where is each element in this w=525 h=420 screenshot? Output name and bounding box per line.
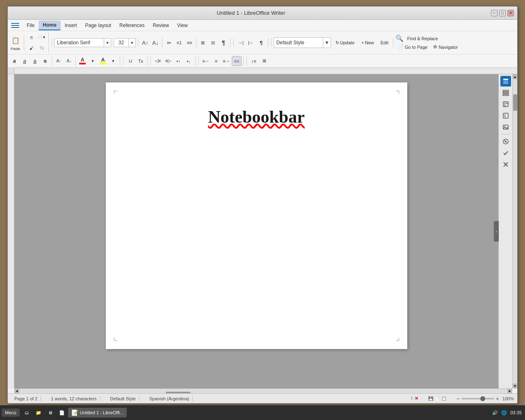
horizontal-scrollbar[interactable]: ◄ ► bbox=[14, 388, 512, 393]
unordered-list-button[interactable]: ≡• bbox=[164, 38, 174, 48]
format-button-1[interactable]: ⊔ bbox=[126, 56, 135, 66]
taskbar-icon-1[interactable]: 🗂 bbox=[21, 409, 32, 417]
line-spacing-button[interactable]: ↕≡ bbox=[249, 56, 259, 66]
scroll-thumb[interactable] bbox=[513, 94, 517, 111]
scroll-left-button[interactable]: ◄ bbox=[14, 389, 19, 394]
sidebar-changes-button[interactable] bbox=[500, 148, 511, 158]
strikethrough-button[interactable]: a bbox=[40, 56, 50, 66]
align-right-button[interactable]: ≡→ bbox=[221, 56, 231, 66]
sidebar-collapse-button[interactable]: › bbox=[494, 221, 499, 242]
maximize-button[interactable]: □ bbox=[499, 10, 506, 16]
align-justify-button[interactable]: ≡≡ bbox=[232, 56, 242, 66]
sidebar-image-button[interactable] bbox=[500, 122, 511, 132]
scroll-up-button[interactable]: ▲ bbox=[513, 74, 518, 79]
menu-item-view[interactable]: View bbox=[173, 21, 192, 30]
decrease-font-size-button[interactable]: A↓ bbox=[151, 38, 160, 48]
paste-button[interactable]: 📋 bbox=[10, 35, 21, 46]
scroll-right-button[interactable]: ► bbox=[507, 389, 512, 394]
clear-direct-format-button[interactable]: Tx bbox=[136, 56, 146, 66]
goto-page-button[interactable]: 📄 Go to Page bbox=[395, 43, 430, 51]
clear-format-button[interactable]: Tx bbox=[37, 43, 47, 53]
zoom-in-button[interactable]: + bbox=[496, 395, 499, 402]
close-button[interactable]: ✕ bbox=[507, 10, 514, 16]
list-increase-button[interactable]: •↑ bbox=[173, 56, 183, 66]
insert-table-button[interactable]: ⊟ bbox=[208, 38, 218, 48]
clone-format-button[interactable]: 🖌 bbox=[27, 43, 37, 53]
style-dropdown-arrow[interactable]: ▼ bbox=[323, 38, 331, 48]
menu-item-review[interactable]: Review bbox=[148, 21, 173, 30]
highlight-button[interactable]: A bbox=[98, 56, 108, 66]
save-icon[interactable]: 💾 bbox=[428, 396, 433, 401]
volume-icon[interactable]: 🔊 bbox=[492, 410, 498, 415]
sidebar-functions-button[interactable] bbox=[500, 136, 511, 147]
taskbar-app-button[interactable]: 📝 Untitled 1 - LibreOffi... bbox=[68, 408, 127, 418]
style-selector[interactable]: Default Style ▼ bbox=[274, 37, 331, 48]
outline-list-button[interactable]: ≡≡ bbox=[185, 38, 194, 48]
highlight-color-indicator bbox=[100, 63, 106, 64]
underline-button[interactable]: a bbox=[30, 56, 40, 66]
align-center-button[interactable]: ≡ bbox=[211, 56, 221, 66]
increase-indent-button[interactable]: →| bbox=[236, 38, 246, 48]
font-name-selector[interactable]: Liberation Serif ▼ bbox=[54, 38, 111, 47]
sidebar-navigator-button[interactable] bbox=[500, 110, 511, 121]
font-dropdown-arrow[interactable]: ▼ bbox=[104, 39, 111, 47]
paragraph-spacing-button[interactable]: ¶ bbox=[256, 38, 266, 48]
columns-button[interactable]: ⊞ bbox=[259, 56, 269, 66]
hamburger-menu[interactable] bbox=[9, 21, 21, 30]
remove-indent-button[interactable]: ◁≡ bbox=[153, 56, 163, 66]
scroll-down-button[interactable]: ▼ bbox=[513, 383, 518, 388]
font-size-dropdown-arrow[interactable]: ▼ bbox=[128, 39, 135, 47]
menu-item-insert[interactable]: Insert bbox=[61, 21, 81, 30]
start-button[interactable]: Menú bbox=[2, 409, 20, 417]
font-size-selector[interactable]: 32 ▼ bbox=[114, 38, 136, 47]
doc-scroll[interactable]: Notebookbar bbox=[14, 74, 498, 388]
sidebar-styles-button[interactable] bbox=[500, 87, 511, 98]
font-color-indicator bbox=[79, 63, 86, 64]
increase-font-size-button[interactable]: A↑ bbox=[140, 38, 150, 48]
update-style-button[interactable]: ↻ Update bbox=[333, 39, 357, 47]
add-indent-button[interactable]: ≡▷ bbox=[163, 56, 173, 66]
menu-item-references[interactable]: References bbox=[115, 21, 148, 30]
sidebar-properties-button[interactable] bbox=[500, 76, 511, 87]
bold-button[interactable]: a bbox=[9, 56, 19, 66]
new-style-button[interactable]: + New bbox=[359, 39, 376, 46]
font-color-dropdown[interactable]: ▼ bbox=[88, 56, 98, 66]
taskbar-icon-3[interactable]: 🖥 bbox=[45, 409, 56, 417]
zoom-slider[interactable] bbox=[461, 398, 494, 399]
h-scroll-thumb[interactable] bbox=[166, 392, 190, 394]
insert-special-button[interactable]: ⊞ bbox=[198, 38, 208, 48]
decrease-indent-button[interactable]: |← bbox=[246, 38, 256, 48]
menu-item-home[interactable]: Home bbox=[39, 21, 60, 30]
doc-icon[interactable]: 📄 bbox=[435, 396, 440, 401]
italic-button[interactable]: a bbox=[20, 56, 30, 66]
view-controls: 💾 📄 📋 bbox=[428, 396, 446, 401]
zoom-out-button[interactable]: − bbox=[456, 395, 459, 402]
paste-special-button[interactable]: 📄▼ bbox=[37, 32, 47, 42]
zoom-thumb[interactable] bbox=[480, 396, 485, 401]
menu-item-page-layout[interactable]: Page layout bbox=[81, 21, 115, 30]
ordered-list-button[interactable]: ≡1 bbox=[174, 38, 184, 48]
highlight-dropdown[interactable]: ▼ bbox=[108, 56, 118, 66]
superscript-button[interactable]: A↑ bbox=[54, 56, 64, 66]
document-page[interactable]: Notebookbar bbox=[106, 82, 407, 349]
find-replace-button[interactable]: Find & Replace bbox=[405, 35, 441, 42]
list-decrease-button[interactable]: •↓ bbox=[184, 56, 194, 66]
sidebar-gallery-button[interactable] bbox=[500, 99, 511, 110]
align-left-button[interactable]: ≡← bbox=[201, 56, 211, 66]
subscript-button[interactable]: A↓ bbox=[64, 56, 74, 66]
vertical-scrollbar[interactable]: ▲ ▼ bbox=[512, 74, 517, 388]
minimize-button[interactable]: − bbox=[491, 10, 498, 16]
sidebar-draw-button[interactable] bbox=[500, 159, 511, 170]
show-formatting-button[interactable]: ¶ bbox=[219, 38, 228, 48]
menu-item-file[interactable]: File bbox=[23, 21, 39, 30]
taskbar-icon-2[interactable]: 📁 bbox=[32, 409, 45, 417]
paste-group: 📋 Paste bbox=[9, 35, 24, 51]
doc2-icon[interactable]: 📋 bbox=[441, 396, 446, 401]
edit-style-button[interactable]: Edit bbox=[378, 39, 391, 46]
taskbar-icon-4[interactable]: 📄 bbox=[56, 409, 68, 417]
document-text[interactable]: Notebookbar bbox=[135, 107, 379, 127]
font-color-button[interactable]: A bbox=[78, 56, 87, 66]
copy-button[interactable]: ⎘ bbox=[27, 32, 37, 42]
navigator-button[interactable]: ⚙ Navigator bbox=[431, 43, 460, 51]
network-icon[interactable]: 🌐 bbox=[501, 410, 507, 415]
